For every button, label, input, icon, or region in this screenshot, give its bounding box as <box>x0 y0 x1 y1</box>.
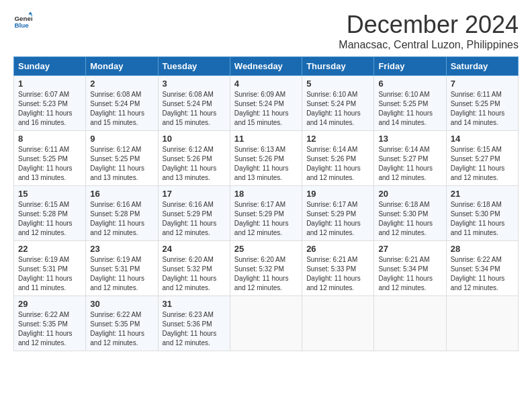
calendar-cell: 26Sunrise: 6:21 AMSunset: 5:33 PMDayligh… <box>302 241 374 296</box>
calendar-cell: 30Sunrise: 6:22 AMSunset: 5:35 PMDayligh… <box>86 296 158 351</box>
calendar-cell <box>230 296 302 351</box>
header-day-tuesday: Tuesday <box>158 57 230 76</box>
calendar-cell <box>374 296 446 351</box>
calendar-cell: 18Sunrise: 6:17 AMSunset: 5:29 PMDayligh… <box>230 186 302 241</box>
calendar-cell: 25Sunrise: 6:20 AMSunset: 5:32 PMDayligh… <box>230 241 302 296</box>
day-number: 31 <box>163 299 226 309</box>
calendar-cell: 15Sunrise: 6:15 AMSunset: 5:28 PMDayligh… <box>14 186 86 241</box>
day-info: Sunrise: 6:09 AMSunset: 5:24 PMDaylight:… <box>234 90 298 128</box>
day-number: 9 <box>90 134 153 144</box>
day-info: Sunrise: 6:12 AMSunset: 5:26 PMDaylight:… <box>163 145 226 183</box>
calendar-cell: 14Sunrise: 6:15 AMSunset: 5:27 PMDayligh… <box>446 131 518 186</box>
day-number: 15 <box>18 189 81 199</box>
header-day-thursday: Thursday <box>302 57 374 76</box>
day-info: Sunrise: 6:18 AMSunset: 5:30 PMDaylight:… <box>378 200 441 238</box>
calendar-cell: 13Sunrise: 6:14 AMSunset: 5:27 PMDayligh… <box>374 131 446 186</box>
day-info: Sunrise: 6:21 AMSunset: 5:33 PMDaylight:… <box>306 255 369 293</box>
day-info: Sunrise: 6:12 AMSunset: 5:25 PMDaylight:… <box>90 145 153 183</box>
day-number: 22 <box>18 244 81 254</box>
header-day-friday: Friday <box>374 57 446 76</box>
day-number: 5 <box>306 79 369 89</box>
logo: General Blue <box>13 11 32 30</box>
calendar-week-2: 8Sunrise: 6:11 AMSunset: 5:25 PMDaylight… <box>14 131 519 186</box>
day-number: 26 <box>306 244 369 254</box>
svg-text:Blue: Blue <box>14 21 29 29</box>
calendar-cell: 17Sunrise: 6:16 AMSunset: 5:29 PMDayligh… <box>158 186 230 241</box>
calendar-cell: 21Sunrise: 6:18 AMSunset: 5:30 PMDayligh… <box>446 186 518 241</box>
day-number: 16 <box>90 189 153 199</box>
calendar-cell: 31Sunrise: 6:23 AMSunset: 5:36 PMDayligh… <box>158 296 230 351</box>
day-info: Sunrise: 6:15 AMSunset: 5:28 PMDaylight:… <box>18 200 81 238</box>
day-info: Sunrise: 6:13 AMSunset: 5:26 PMDaylight:… <box>234 145 298 183</box>
subtitle: Manacsac, Central Luzon, Philippines <box>339 39 519 51</box>
day-info: Sunrise: 6:07 AMSunset: 5:23 PMDaylight:… <box>18 90 81 128</box>
day-info: Sunrise: 6:16 AMSunset: 5:28 PMDaylight:… <box>90 200 153 238</box>
header-day-wednesday: Wednesday <box>230 57 302 76</box>
day-number: 7 <box>451 79 514 89</box>
page-title: December 2024 <box>339 11 519 39</box>
day-info: Sunrise: 6:08 AMSunset: 5:24 PMDaylight:… <box>163 90 226 128</box>
day-info: Sunrise: 6:19 AMSunset: 5:31 PMDaylight:… <box>90 255 153 293</box>
day-number: 23 <box>90 244 153 254</box>
day-number: 1 <box>18 79 81 89</box>
day-info: Sunrise: 6:22 AMSunset: 5:35 PMDaylight:… <box>18 310 81 348</box>
day-number: 18 <box>234 189 298 199</box>
title-area: December 2024 Manacsac, Central Luzon, P… <box>339 11 519 51</box>
day-number: 3 <box>163 79 226 89</box>
day-number: 27 <box>378 244 441 254</box>
calendar-table: SundayMondayTuesdayWednesdayThursdayFrid… <box>13 56 519 351</box>
calendar-cell: 24Sunrise: 6:20 AMSunset: 5:32 PMDayligh… <box>158 241 230 296</box>
day-info: Sunrise: 6:16 AMSunset: 5:29 PMDaylight:… <box>163 200 226 238</box>
calendar-cell: 5Sunrise: 6:10 AMSunset: 5:24 PMDaylight… <box>302 76 374 131</box>
day-info: Sunrise: 6:10 AMSunset: 5:25 PMDaylight:… <box>378 90 441 128</box>
header-day-saturday: Saturday <box>446 57 518 76</box>
day-number: 28 <box>451 244 514 254</box>
calendar-cell: 16Sunrise: 6:16 AMSunset: 5:28 PMDayligh… <box>86 186 158 241</box>
day-info: Sunrise: 6:10 AMSunset: 5:24 PMDaylight:… <box>306 90 369 128</box>
calendar-cell: 1Sunrise: 6:07 AMSunset: 5:23 PMDaylight… <box>14 76 86 131</box>
calendar-cell: 7Sunrise: 6:11 AMSunset: 5:25 PMDaylight… <box>446 76 518 131</box>
header-day-monday: Monday <box>86 57 158 76</box>
day-number: 19 <box>306 189 369 199</box>
day-info: Sunrise: 6:19 AMSunset: 5:31 PMDaylight:… <box>18 255 81 293</box>
calendar-week-1: 1Sunrise: 6:07 AMSunset: 5:23 PMDaylight… <box>14 76 519 131</box>
day-info: Sunrise: 6:23 AMSunset: 5:36 PMDaylight:… <box>163 310 226 348</box>
day-info: Sunrise: 6:20 AMSunset: 5:32 PMDaylight:… <box>163 255 226 293</box>
day-number: 4 <box>234 79 298 89</box>
day-info: Sunrise: 6:11 AMSunset: 5:25 PMDaylight:… <box>18 145 81 183</box>
day-info: Sunrise: 6:18 AMSunset: 5:30 PMDaylight:… <box>451 200 514 238</box>
day-number: 6 <box>378 79 441 89</box>
day-number: 12 <box>306 134 369 144</box>
header: General Blue December 2024 Manacsac, Cen… <box>13 11 519 51</box>
calendar-cell <box>446 296 518 351</box>
calendar-cell: 12Sunrise: 6:14 AMSunset: 5:26 PMDayligh… <box>302 131 374 186</box>
day-number: 10 <box>163 134 226 144</box>
calendar-week-3: 15Sunrise: 6:15 AMSunset: 5:28 PMDayligh… <box>14 186 519 241</box>
header-day-sunday: Sunday <box>14 57 86 76</box>
calendar-cell: 8Sunrise: 6:11 AMSunset: 5:25 PMDaylight… <box>14 131 86 186</box>
day-info: Sunrise: 6:08 AMSunset: 5:24 PMDaylight:… <box>90 90 153 128</box>
calendar-cell: 9Sunrise: 6:12 AMSunset: 5:25 PMDaylight… <box>86 131 158 186</box>
logo-icon: General Blue <box>13 11 32 30</box>
day-number: 2 <box>90 79 153 89</box>
day-info: Sunrise: 6:14 AMSunset: 5:26 PMDaylight:… <box>306 145 369 183</box>
day-number: 29 <box>18 299 81 309</box>
day-info: Sunrise: 6:15 AMSunset: 5:27 PMDaylight:… <box>451 145 514 183</box>
calendar-cell: 2Sunrise: 6:08 AMSunset: 5:24 PMDaylight… <box>86 76 158 131</box>
calendar-cell: 10Sunrise: 6:12 AMSunset: 5:26 PMDayligh… <box>158 131 230 186</box>
day-info: Sunrise: 6:17 AMSunset: 5:29 PMDaylight:… <box>306 200 369 238</box>
day-info: Sunrise: 6:11 AMSunset: 5:25 PMDaylight:… <box>451 90 514 128</box>
day-number: 17 <box>163 189 226 199</box>
calendar-cell: 29Sunrise: 6:22 AMSunset: 5:35 PMDayligh… <box>14 296 86 351</box>
calendar-week-4: 22Sunrise: 6:19 AMSunset: 5:31 PMDayligh… <box>14 241 519 296</box>
day-info: Sunrise: 6:20 AMSunset: 5:32 PMDaylight:… <box>234 255 298 293</box>
day-number: 13 <box>378 134 441 144</box>
day-number: 24 <box>163 244 226 254</box>
day-info: Sunrise: 6:14 AMSunset: 5:27 PMDaylight:… <box>378 145 441 183</box>
day-info: Sunrise: 6:22 AMSunset: 5:34 PMDaylight:… <box>451 255 514 293</box>
calendar-cell: 23Sunrise: 6:19 AMSunset: 5:31 PMDayligh… <box>86 241 158 296</box>
day-number: 20 <box>378 189 441 199</box>
calendar-header-row: SundayMondayTuesdayWednesdayThursdayFrid… <box>14 57 519 76</box>
calendar-cell: 20Sunrise: 6:18 AMSunset: 5:30 PMDayligh… <box>374 186 446 241</box>
calendar-cell: 4Sunrise: 6:09 AMSunset: 5:24 PMDaylight… <box>230 76 302 131</box>
